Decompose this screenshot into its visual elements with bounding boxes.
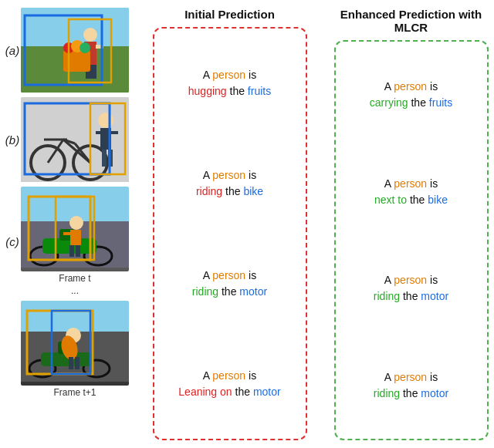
- c1-person1: person: [212, 269, 245, 281]
- initial-pred-c1-line2: riding the motor: [192, 284, 267, 300]
- eb-noun: bike: [428, 194, 448, 206]
- ea-person1: person: [394, 80, 427, 93]
- a-person1: person: [212, 69, 245, 81]
- row-c-t1: Frame t+1: [4, 301, 139, 398]
- scene-svg-a: [21, 8, 129, 93]
- svg-rect-26: [102, 150, 107, 167]
- enhanced-pred-a-line1: A person is: [384, 79, 438, 95]
- svg-rect-40: [76, 245, 80, 257]
- enhanced-pred-b-line1: A person is: [384, 176, 438, 192]
- b-verb-initial: riding: [196, 185, 222, 197]
- row-b: (b): [4, 97, 139, 182]
- images-column: (a): [4, 8, 139, 440]
- c1-noun-initial: motor: [239, 285, 267, 298]
- enhanced-pred-c1-line2: riding the motor: [374, 288, 448, 305]
- a-verb-initial: hugging: [188, 85, 227, 97]
- enhanced-pred-c1-line1: A person is: [384, 272, 438, 288]
- svg-rect-43: [21, 305, 129, 332]
- ec1-text1: A: [384, 274, 394, 286]
- b-text1: A: [203, 169, 212, 181]
- eb-is1: is: [427, 177, 438, 190]
- eb-verb: next to: [374, 194, 407, 206]
- b-is1: is: [245, 169, 256, 181]
- svg-rect-8: [63, 50, 90, 72]
- svg-rect-39: [69, 245, 74, 257]
- initial-pred-c1: A person is riding the motor: [192, 268, 267, 300]
- b-person1: person: [212, 169, 245, 181]
- svg-rect-53: [75, 357, 80, 369]
- frame-label-t: Frame t: [59, 273, 90, 284]
- ea-text1: A: [384, 80, 394, 93]
- ea-verb: carrying: [370, 96, 408, 109]
- c2-text1: A: [203, 369, 212, 382]
- svg-rect-24: [96, 131, 103, 134]
- ec1-verb: riding: [374, 290, 400, 302]
- svg-rect-25: [111, 131, 118, 134]
- a-is1: is: [245, 69, 256, 81]
- ec1-person1: person: [394, 274, 427, 286]
- c2-noun-initial: motor: [253, 386, 281, 398]
- ec1-noun: motor: [421, 290, 448, 302]
- initial-pred-b: A person is riding the bike: [196, 167, 263, 200]
- row-label-c: (c): [4, 235, 21, 248]
- enhanced-pred-c2: A person is riding the motor: [374, 369, 448, 402]
- image-wrapper-c1: Frame t ...: [21, 187, 129, 296]
- ea-the1: the: [408, 96, 429, 109]
- ea-is1: is: [427, 80, 438, 93]
- enhanced-prediction-column: Enhanced Prediction with MLCR A person i…: [324, 8, 494, 440]
- initial-pred-c2-line1: A person is: [203, 368, 256, 384]
- c1-is1: is: [245, 269, 256, 281]
- initial-prediction-box: A person is hugging the fruits A person …: [153, 27, 307, 440]
- c2-is1: is: [245, 369, 256, 382]
- frame-label-t1: Frame t+1: [53, 387, 96, 398]
- a-noun-initial: fruits: [248, 85, 271, 97]
- eb-text1: A: [384, 177, 394, 190]
- svg-rect-52: [69, 357, 73, 369]
- enhanced-pred-a: A person is carrying the fruits: [370, 79, 452, 111]
- initial-prediction-title: Initial Prediction: [184, 8, 275, 21]
- c1-the1: the: [218, 285, 239, 298]
- b-the1: the: [222, 185, 243, 197]
- scene-svg-b: [21, 97, 129, 182]
- row-a: (a): [4, 8, 139, 93]
- main-container: (a): [0, 0, 494, 448]
- ec2-person1: person: [394, 371, 427, 383]
- enhanced-prediction-title: Enhanced Prediction with MLCR: [324, 8, 494, 34]
- enhanced-pred-b: A person is next to the bike: [374, 176, 448, 208]
- ec2-noun: motor: [421, 387, 448, 399]
- svg-rect-0: [21, 8, 129, 46]
- enhanced-pred-a-line2: carrying the fruits: [370, 95, 452, 111]
- image-a: [21, 8, 129, 93]
- c2-verb-initial: Leaning on: [178, 386, 232, 398]
- c2-person1: person: [212, 369, 245, 382]
- enhanced-pred-c2-line1: A person is: [384, 369, 438, 386]
- c1-text1: A: [203, 269, 212, 281]
- eb-the1: the: [407, 194, 428, 206]
- image-wrapper-a: [21, 8, 129, 93]
- ea-noun: fruits: [429, 96, 452, 109]
- initial-pred-b-line1: A person is: [203, 167, 256, 184]
- c1-verb-initial: riding: [192, 285, 218, 298]
- enhanced-pred-c1: A person is riding the motor: [374, 272, 448, 305]
- scene-svg-c2: [21, 301, 129, 386]
- eb-person1: person: [394, 177, 427, 190]
- initial-pred-c2: A person is Leaning on the motor: [178, 368, 280, 400]
- ec1-is1: is: [427, 274, 438, 286]
- svg-rect-7: [91, 65, 96, 79]
- a-the1: the: [227, 85, 248, 97]
- image-wrapper-c2: Frame t+1: [21, 301, 129, 398]
- svg-point-11: [80, 42, 90, 53]
- enhanced-prediction-box: A person is carrying the fruits A person…: [334, 40, 489, 440]
- initial-pred-a-line2: hugging the fruits: [188, 83, 271, 99]
- ec2-the1: the: [400, 387, 421, 399]
- svg-rect-38: [63, 232, 73, 235]
- frame-label-dots: ...: [71, 285, 79, 296]
- svg-point-2: [83, 28, 97, 42]
- initial-pred-b-line2: riding the bike: [196, 184, 263, 200]
- c2-the1: the: [232, 386, 253, 398]
- image-c2: [21, 301, 129, 386]
- enhanced-pred-b-line2: next to the bike: [374, 192, 448, 208]
- ec2-verb: riding: [374, 387, 400, 399]
- ec2-text1: A: [384, 371, 394, 383]
- initial-prediction-column: Initial Prediction A person is hugging t…: [143, 8, 316, 440]
